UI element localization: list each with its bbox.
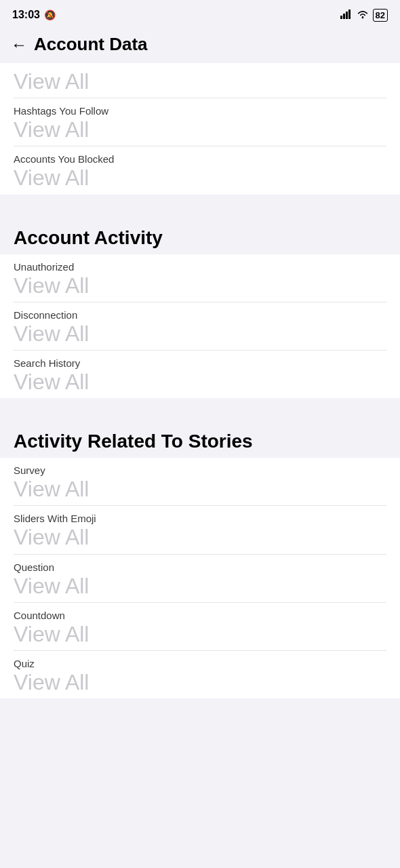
view-all-link[interactable]: View All — [14, 574, 386, 598]
item-label: Survey — [14, 465, 386, 476]
list-item: Countdown View All — [14, 603, 386, 651]
activity-stories-list: Survey View All Sliders With Emoji View … — [0, 458, 400, 698]
battery-icon: 82 — [373, 9, 388, 22]
section-title: Activity Related To Stories — [0, 418, 400, 458]
status-bar: 13:03 🔕 82 — [0, 0, 400, 27]
svg-rect-3 — [348, 9, 351, 19]
list-item: View All — [14, 63, 386, 98]
account-activity-section: Account Activity Unauthorized View All D… — [0, 215, 400, 399]
section-divider — [0, 398, 400, 418]
signal-icon — [340, 9, 353, 21]
view-all-link[interactable]: View All — [14, 370, 386, 394]
list-item: Accounts You Blocked View All — [14, 146, 386, 194]
view-all-link[interactable]: View All — [14, 118, 386, 142]
item-label: Question — [14, 561, 386, 573]
item-label: Countdown — [14, 610, 386, 621]
item-label: Quiz — [14, 658, 386, 669]
item-label: Unauthorized — [14, 261, 386, 273]
list-item: Sliders With Emoji View All — [14, 506, 386, 554]
list-item: Quiz View All — [14, 651, 386, 698]
list-item: Unauthorized View All — [14, 254, 386, 302]
item-label: Accounts You Blocked — [14, 153, 386, 165]
svg-rect-2 — [346, 12, 348, 19]
status-icons: 82 — [340, 9, 388, 22]
svg-point-4 — [361, 16, 363, 18]
item-label: Search History — [14, 357, 386, 369]
view-all-link[interactable]: View All — [14, 274, 386, 298]
list-item: Survey View All — [14, 458, 386, 506]
activity-stories-section: Activity Related To Stories Survey View … — [0, 418, 400, 698]
item-label: Disconnection — [14, 309, 386, 321]
page-header: ← Account Data — [0, 27, 400, 63]
bottom-spacer — [0, 698, 400, 719]
item-label: Hashtags You Follow — [14, 105, 386, 117]
svg-rect-1 — [343, 14, 345, 19]
wifi-icon — [357, 9, 369, 21]
view-all-link[interactable]: View All — [14, 322, 386, 346]
view-all-link[interactable]: View All — [14, 477, 386, 501]
back-button[interactable]: ← — [11, 35, 27, 54]
top-partial-section: View All Hashtags You Follow View All Ac… — [0, 63, 400, 195]
list-item: Hashtags You Follow View All — [14, 98, 386, 146]
view-all-link[interactable]: View All — [14, 623, 386, 646]
account-activity-list: Unauthorized View All Disconnection View… — [0, 254, 400, 399]
view-all-link[interactable]: View All — [14, 166, 386, 190]
view-all-link[interactable]: View All — [14, 671, 386, 694]
section-title: Account Activity — [0, 215, 400, 254]
list-item: Search History View All — [14, 351, 386, 398]
status-time: 13:03 — [12, 9, 40, 21]
view-all-link[interactable]: View All — [14, 526, 386, 549]
section-divider — [0, 195, 400, 215]
list-item: Disconnection View All — [14, 302, 386, 351]
view-all-link[interactable]: View All — [14, 70, 386, 94]
list-item: Question View All — [14, 555, 386, 603]
svg-rect-0 — [340, 16, 342, 19]
page-title: Account Data — [34, 34, 148, 55]
item-label: Sliders With Emoji — [14, 513, 386, 524]
alarm-icon: 🔕 — [44, 9, 56, 20]
